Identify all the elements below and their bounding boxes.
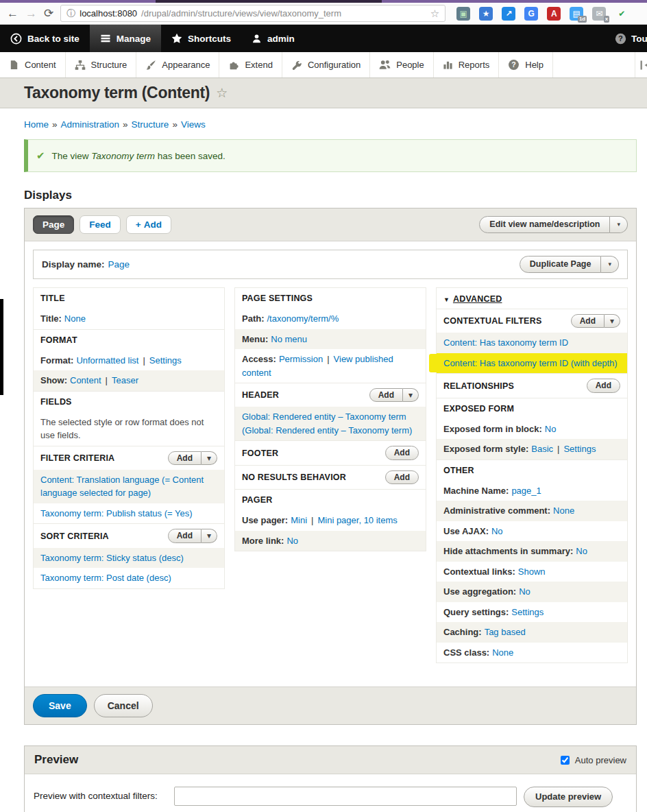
row-link[interactable]: Taxonomy term: Publish status (= Yes)	[40, 508, 192, 518]
row-link[interactable]: Mini	[291, 515, 307, 525]
row-link[interactable]: /taxonomy/term/%	[267, 313, 339, 324]
external-link-extension-icon[interactable]: ↗	[502, 7, 515, 21]
tab-label: Page	[42, 219, 64, 230]
duplicate-button[interactable]: Duplicate Page ▾	[520, 256, 619, 273]
check-extension-icon[interactable]: ✔	[615, 7, 628, 21]
add-button-split[interactable]: Add▾	[168, 529, 217, 542]
edit-view-dropdown-icon[interactable]: ▾	[610, 216, 628, 233]
row-link[interactable]: None	[553, 505, 574, 516]
toolbar-orientation-toggle[interactable]	[635, 52, 647, 77]
add-button-split[interactable]: Add▾	[369, 388, 419, 402]
add-dropdown-icon[interactable]: ▾	[202, 529, 217, 542]
dictionary-extension-icon[interactable]: A	[547, 7, 561, 21]
add-button-label[interactable]: Add	[369, 388, 403, 402]
add-button[interactable]: Add	[385, 446, 419, 459]
row-link[interactable]: Teaser	[112, 375, 138, 385]
page-info-icon[interactable]: ⓘ	[66, 8, 75, 20]
display-tab-page[interactable]: Page	[33, 215, 74, 234]
translate-extension-icon[interactable]: G	[524, 7, 538, 21]
save-button[interactable]: Save	[33, 694, 87, 717]
breadcrumb-link-structure[interactable]: Structure	[132, 119, 169, 130]
row-link[interactable]: No	[519, 586, 530, 597]
advanced-toggle[interactable]: ▼ADVANCED	[443, 294, 502, 304]
add-button[interactable]: Add	[587, 379, 620, 392]
row-link[interactable]: Taxonomy term: Sticky status (desc)	[40, 553, 184, 563]
add-button-label[interactable]: Add	[168, 529, 202, 542]
row-link[interactable]: Content: Has taxonomy term ID	[443, 337, 568, 348]
auto-preview-checkbox[interactable]	[561, 756, 570, 765]
add-button-label[interactable]: Add	[168, 451, 202, 465]
breadcrumb-link-administration[interactable]: Administration	[61, 119, 120, 130]
breadcrumb-link-home[interactable]: Home	[24, 119, 49, 130]
contextual-filters-input[interactable]	[174, 787, 517, 806]
browser-back-icon[interactable]: ←	[7, 8, 19, 19]
tab-manager-extension-icon[interactable]: ▤1d	[570, 7, 583, 21]
admin-toolbar-item-back-to-site[interactable]: Back to site	[0, 25, 90, 52]
row-link[interactable]: No menu	[271, 334, 307, 344]
row-link[interactable]: Basic	[531, 444, 553, 454]
menu-item-help[interactable]: ?Help	[499, 52, 553, 77]
row-link[interactable]: Content: Translation language (= Content…	[40, 475, 204, 499]
mail-extension-icon[interactable]: ✉x	[592, 7, 606, 21]
row-link[interactable]: Permission	[279, 354, 323, 364]
row-link[interactable]: None	[64, 313, 86, 324]
bookmark-star-extension-icon[interactable]: ★	[479, 7, 493, 21]
add-button-split[interactable]: Add▾	[168, 451, 217, 465]
row-link[interactable]: Tag based	[485, 627, 526, 637]
browser-reload-icon[interactable]: ⟳	[44, 8, 53, 19]
menu-item-appearance[interactable]: Appearance	[136, 52, 219, 77]
row-link[interactable]: Mini pager, 10 items	[317, 515, 397, 525]
duplicate-dropdown-icon[interactable]: ▾	[601, 256, 619, 273]
row-link[interactable]: Settings	[563, 444, 596, 454]
row-link[interactable]: No	[576, 546, 587, 556]
display-name-link[interactable]: Page	[108, 259, 130, 270]
row-link[interactable]: No	[545, 424, 557, 434]
cancel-button[interactable]: Cancel	[94, 694, 153, 717]
admin-toolbar-item-manage[interactable]: Manage	[90, 25, 161, 52]
breadcrumb-link-views[interactable]: Views	[181, 119, 206, 130]
edit-view-label[interactable]: Edit view name/description	[479, 216, 610, 233]
row-link[interactable]: page_1	[511, 486, 541, 496]
add-dropdown-icon[interactable]: ▾	[605, 314, 620, 328]
bookmark-star-icon[interactable]: ☆	[430, 8, 439, 20]
add-button-label[interactable]: Add	[571, 314, 605, 328]
row-link[interactable]: Shown	[518, 566, 546, 577]
row-link[interactable]: No	[491, 526, 503, 536]
tour-button[interactable]: ? Tour	[615, 25, 647, 52]
add-button-split[interactable]: Add▾	[571, 314, 620, 328]
display-tab-feed[interactable]: Feed	[80, 215, 121, 234]
menu-item-people[interactable]: People	[370, 52, 433, 77]
menu-item-extend[interactable]: Extend	[219, 52, 282, 77]
row-link[interactable]: No	[286, 536, 298, 546]
admin-toolbar-item-shortcuts[interactable]: Shortcuts	[161, 25, 241, 52]
screen-capture-extension-icon[interactable]: ▣	[456, 7, 470, 21]
row-link[interactable]: Content	[70, 375, 101, 385]
add-dropdown-icon[interactable]: ▾	[403, 388, 419, 402]
admin-item-label: Manage	[117, 34, 151, 44]
edit-view-button[interactable]: Edit view name/description ▾	[479, 216, 628, 233]
row-link[interactable]: None	[492, 647, 513, 658]
menu-item-reports[interactable]: Reports	[434, 52, 500, 77]
row-link[interactable]: Taxonomy term: Post date (desc)	[40, 573, 171, 583]
menu-item-structure[interactable]: Structure	[66, 52, 137, 77]
duplicate-label[interactable]: Duplicate Page	[520, 256, 602, 273]
breadcrumb-separator: »	[52, 119, 58, 130]
row-link[interactable]: Content: Has taxonomy term ID (with dept…	[443, 358, 618, 368]
favorite-star-icon[interactable]: ☆	[216, 85, 228, 101]
menu-item-content[interactable]: Content	[0, 52, 66, 77]
update-preview-button[interactable]: Update preview	[524, 787, 613, 807]
display-tab-add[interactable]: +Add	[126, 215, 171, 234]
row-label: Use aggregation:	[443, 586, 516, 597]
browser-forward-icon[interactable]: →	[25, 8, 37, 19]
menu-item-configuration[interactable]: Configuration	[282, 52, 370, 77]
url-bar[interactable]: ⓘ localhost:8080/drupal/admin/structure/…	[60, 5, 445, 22]
row-link[interactable]: Settings	[149, 355, 182, 366]
row-link[interactable]: Settings	[511, 607, 544, 617]
add-button[interactable]: Add	[385, 470, 419, 484]
admin-toolbar-item-admin[interactable]: admin	[241, 25, 305, 52]
auto-preview-toggle[interactable]: Auto preview	[558, 754, 626, 767]
row-link[interactable]: Global: Rendered entity – Taxonomy term …	[242, 411, 412, 435]
row-link[interactable]: Unformatted list	[76, 355, 138, 366]
section-title[interactable]: ADVANCED	[453, 294, 502, 304]
add-dropdown-icon[interactable]: ▾	[202, 451, 217, 465]
